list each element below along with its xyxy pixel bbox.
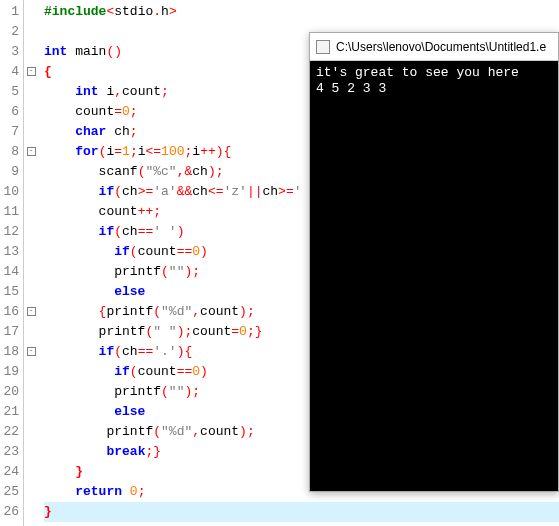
line-number: 22 bbox=[2, 422, 19, 442]
fold-marker bbox=[24, 82, 38, 102]
fold-marker bbox=[24, 102, 38, 122]
line-number: 4 bbox=[2, 62, 19, 82]
line-number: 12 bbox=[2, 222, 19, 242]
fold-marker bbox=[24, 442, 38, 462]
fold-marker[interactable]: - bbox=[24, 302, 38, 322]
console-titlebar[interactable]: C:\Users\lenovo\Documents\Untitled1.e bbox=[310, 33, 558, 61]
line-number: 23 bbox=[2, 442, 19, 462]
fold-marker bbox=[24, 162, 38, 182]
fold-marker bbox=[24, 422, 38, 442]
fold-marker bbox=[24, 402, 38, 422]
code-line[interactable]: #include<stdio.h> bbox=[44, 2, 559, 22]
fold-marker bbox=[24, 22, 38, 42]
line-number: 25 bbox=[2, 482, 19, 502]
line-number: 3 bbox=[2, 42, 19, 62]
fold-marker bbox=[24, 322, 38, 342]
fold-marker bbox=[24, 182, 38, 202]
console-window: C:\Users\lenovo\Documents\Untitled1.e it… bbox=[309, 32, 559, 492]
fold-marker bbox=[24, 2, 38, 22]
fold-marker bbox=[24, 462, 38, 482]
line-number: 8 bbox=[2, 142, 19, 162]
line-number: 6 bbox=[2, 102, 19, 122]
fold-marker bbox=[24, 242, 38, 262]
line-number: 21 bbox=[2, 402, 19, 422]
fold-marker bbox=[24, 362, 38, 382]
line-number: 10 bbox=[2, 182, 19, 202]
fold-marker bbox=[24, 202, 38, 222]
line-number: 11 bbox=[2, 202, 19, 222]
fold-marker[interactable]: - bbox=[24, 62, 38, 82]
console-title: C:\Users\lenovo\Documents\Untitled1.e bbox=[336, 40, 546, 54]
fold-marker[interactable]: - bbox=[24, 342, 38, 362]
line-number: 13 bbox=[2, 242, 19, 262]
fold-marker bbox=[24, 502, 38, 522]
fold-marker bbox=[24, 222, 38, 242]
line-number: 17 bbox=[2, 322, 19, 342]
fold-marker[interactable]: - bbox=[24, 142, 38, 162]
code-line[interactable]: } bbox=[44, 502, 559, 522]
line-number: 1 bbox=[2, 2, 19, 22]
line-number-gutter: 1234567891011121314151617181920212223242… bbox=[0, 0, 24, 526]
console-output: it's great to see you here 4 5 2 3 3 bbox=[310, 61, 558, 101]
fold-marker bbox=[24, 282, 38, 302]
line-number: 20 bbox=[2, 382, 19, 402]
line-number: 5 bbox=[2, 82, 19, 102]
line-number: 26 bbox=[2, 502, 19, 522]
fold-gutter: ---- bbox=[24, 0, 38, 526]
line-number: 7 bbox=[2, 122, 19, 142]
fold-marker bbox=[24, 122, 38, 142]
fold-marker bbox=[24, 42, 38, 62]
console-icon bbox=[316, 40, 330, 54]
fold-marker bbox=[24, 482, 38, 502]
fold-marker bbox=[24, 382, 38, 402]
line-number: 18 bbox=[2, 342, 19, 362]
line-number: 16 bbox=[2, 302, 19, 322]
line-number: 15 bbox=[2, 282, 19, 302]
fold-marker bbox=[24, 262, 38, 282]
line-number: 2 bbox=[2, 22, 19, 42]
line-number: 9 bbox=[2, 162, 19, 182]
line-number: 24 bbox=[2, 462, 19, 482]
line-number: 19 bbox=[2, 362, 19, 382]
line-number: 14 bbox=[2, 262, 19, 282]
